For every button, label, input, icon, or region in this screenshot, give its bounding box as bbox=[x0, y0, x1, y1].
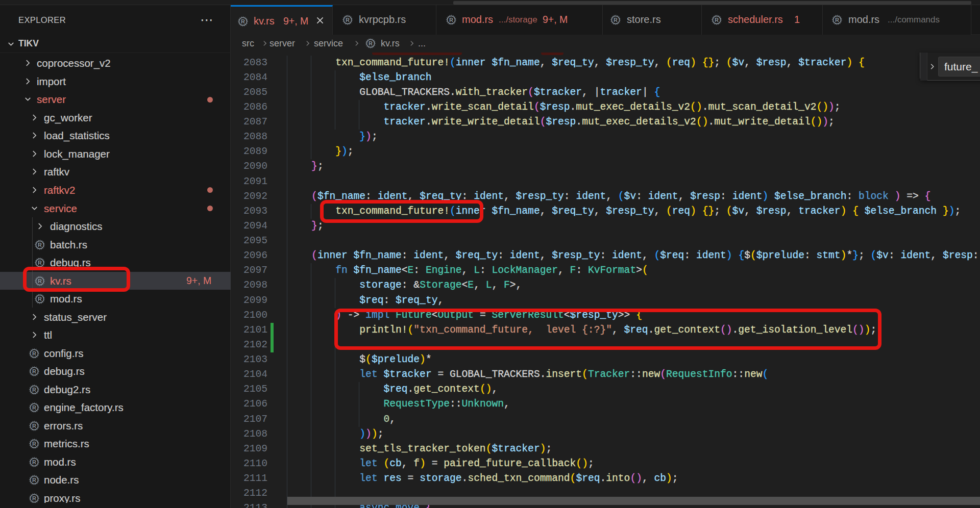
svg-text:R: R bbox=[449, 17, 453, 23]
svg-text:R: R bbox=[32, 350, 36, 357]
svg-text:R: R bbox=[32, 477, 36, 483]
svg-text:R: R bbox=[835, 17, 839, 23]
svg-text:R: R bbox=[38, 260, 42, 266]
svg-text:R: R bbox=[241, 18, 245, 24]
svg-text:R: R bbox=[38, 242, 42, 248]
svg-text:R: R bbox=[369, 40, 373, 46]
svg-text:R: R bbox=[32, 495, 36, 501]
svg-text:R: R bbox=[32, 368, 36, 374]
svg-text:R: R bbox=[32, 404, 36, 411]
svg-text:R: R bbox=[32, 423, 36, 429]
svg-text:R: R bbox=[32, 459, 36, 465]
svg-text:R: R bbox=[32, 441, 36, 447]
svg-text:R: R bbox=[32, 387, 36, 393]
svg-text:R: R bbox=[614, 17, 618, 23]
svg-text:R: R bbox=[715, 17, 719, 23]
svg-text:R: R bbox=[346, 17, 350, 23]
svg-text:R: R bbox=[38, 296, 42, 302]
